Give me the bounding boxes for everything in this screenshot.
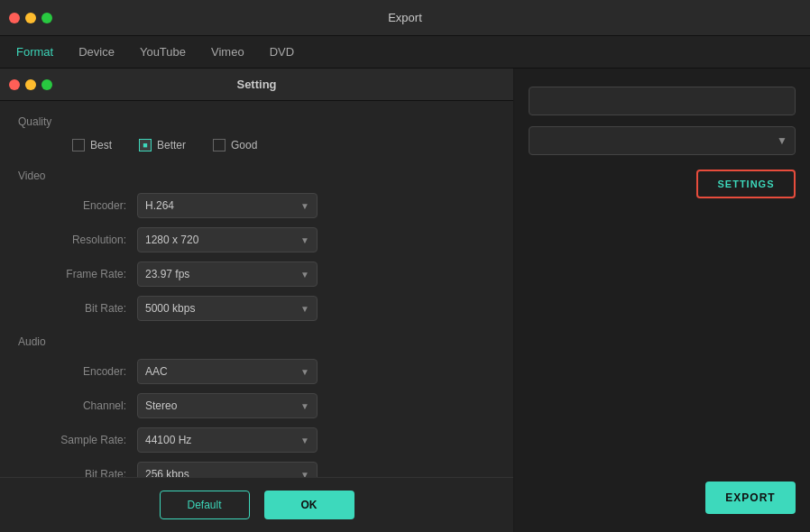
- video-encoder-arrow: ▼: [300, 201, 309, 211]
- video-resolution-arrow: ▼: [300, 235, 309, 245]
- title-traffic-lights: [9, 13, 52, 23]
- panel-title: Setting: [236, 78, 276, 91]
- title-close-button[interactable]: [9, 13, 20, 23]
- quality-option-better[interactable]: ■ Better: [139, 139, 186, 151]
- audio-encoder-row: Encoder: AAC ▼: [18, 359, 495, 384]
- panel-footer: Default OK: [0, 477, 513, 532]
- video-framerate-arrow: ▼: [300, 270, 309, 280]
- video-bitrate-label: Bit Rate:: [36, 302, 126, 315]
- video-framerate-value: 23.97 fps: [145, 268, 189, 280]
- right-dropdown[interactable]: ▼: [529, 126, 796, 155]
- video-bitrate-row: Bit Rate: 5000 kbps ▼: [18, 296, 495, 321]
- panel-traffic-lights: [9, 79, 52, 90]
- video-encoder-row: Encoder: H.264 ▼: [18, 193, 495, 218]
- title-minimize-button[interactable]: [25, 13, 36, 23]
- audio-bitrate-value: 256 kbps: [145, 468, 189, 477]
- video-bitrate-select[interactable]: 5000 kbps ▼: [137, 296, 318, 321]
- menu-item-dvd[interactable]: DVD: [257, 41, 307, 62]
- quality-option-good[interactable]: Good: [213, 139, 257, 151]
- audio-label: Audio: [18, 335, 495, 348]
- app-title: Export: [388, 11, 422, 24]
- audio-channel-select[interactable]: Stereo ▼: [137, 393, 318, 418]
- default-button[interactable]: Default: [160, 491, 250, 519]
- video-encoder-value: H.264: [145, 199, 174, 212]
- quality-checkbox-good[interactable]: [213, 139, 226, 151]
- video-resolution-value: 1280 x 720: [145, 234, 198, 246]
- quality-section: Quality Best ■ Better Good: [18, 115, 495, 151]
- audio-samplerate-label: Sample Rate:: [36, 434, 126, 446]
- video-bitrate-arrow: ▼: [300, 304, 309, 314]
- audio-channel-row: Channel: Stereo ▼: [18, 393, 495, 418]
- audio-samplerate-row: Sample Rate: 44100 Hz ▼: [18, 427, 495, 453]
- ok-button[interactable]: OK: [264, 491, 354, 519]
- quality-checkbox-better[interactable]: ■: [139, 139, 152, 151]
- video-section: Video Encoder: H.264 ▼ Resolution: 1280 …: [18, 170, 495, 321]
- right-panel: ▼ SETTINGS EXPORT: [514, 69, 810, 532]
- quality-label: Quality: [18, 115, 495, 128]
- audio-section: Audio Encoder: AAC ▼ Channel: Stereo ▼: [18, 335, 495, 477]
- panel-minimize-button[interactable]: [25, 79, 36, 90]
- video-framerate-select[interactable]: 23.97 fps ▼: [137, 261, 318, 287]
- video-framerate-label: Frame Rate:: [36, 268, 126, 280]
- audio-bitrate-label: Bit Rate:: [36, 468, 126, 477]
- quality-label-good: Good: [231, 139, 257, 151]
- quality-label-best: Best: [90, 139, 112, 151]
- right-input-box[interactable]: [529, 87, 796, 115]
- audio-encoder-arrow: ▼: [300, 367, 309, 377]
- export-btn-container: EXPORT: [529, 209, 796, 514]
- panel-maximize-button[interactable]: [41, 79, 52, 90]
- menu-bar: Format Device YouTube Vimeo DVD: [0, 36, 810, 69]
- settings-button[interactable]: SETTINGS: [696, 170, 796, 198]
- audio-bitrate-arrow: ▼: [300, 470, 309, 478]
- quality-options-row: Best ■ Better Good: [72, 139, 495, 151]
- main-layout: Setting Quality Best ■ Better: [0, 69, 810, 532]
- export-button[interactable]: EXPORT: [705, 482, 796, 514]
- menu-item-format[interactable]: Format: [4, 41, 66, 62]
- audio-bitrate-select[interactable]: 256 kbps ▼: [137, 462, 318, 477]
- video-resolution-row: Resolution: 1280 x 720 ▼: [18, 227, 495, 252]
- panel-content: Quality Best ■ Better Good: [0, 101, 513, 477]
- quality-checkbox-best[interactable]: [72, 139, 85, 151]
- panel-title-bar: Setting: [0, 69, 513, 101]
- video-label: Video: [18, 170, 495, 182]
- video-resolution-label: Resolution:: [36, 234, 126, 246]
- title-maximize-button[interactable]: [41, 13, 52, 23]
- audio-encoder-label: Encoder:: [36, 365, 126, 378]
- audio-samplerate-select[interactable]: 44100 Hz ▼: [137, 427, 318, 453]
- panel-close-button[interactable]: [9, 79, 20, 90]
- menu-item-youtube[interactable]: YouTube: [127, 41, 198, 62]
- quality-option-best[interactable]: Best: [72, 139, 112, 151]
- audio-encoder-value: AAC: [145, 365, 168, 378]
- quality-label-better: Better: [157, 139, 186, 151]
- audio-bitrate-row: Bit Rate: 256 kbps ▼: [18, 462, 495, 477]
- audio-samplerate-value: 44100 Hz: [145, 434, 191, 446]
- settings-btn-container: SETTINGS: [529, 170, 796, 198]
- title-bar: Export: [0, 0, 810, 36]
- video-resolution-select[interactable]: 1280 x 720 ▼: [137, 227, 318, 252]
- audio-encoder-select[interactable]: AAC ▼: [137, 359, 318, 384]
- setting-panel: Setting Quality Best ■ Better: [0, 69, 514, 532]
- menu-item-vimeo[interactable]: Vimeo: [198, 41, 257, 62]
- menu-item-device[interactable]: Device: [66, 41, 127, 62]
- dropdown-arrow-icon: ▼: [777, 134, 787, 147]
- video-bitrate-value: 5000 kbps: [145, 302, 195, 315]
- video-encoder-label: Encoder:: [36, 199, 126, 212]
- audio-samplerate-arrow: ▼: [300, 436, 309, 445]
- audio-channel-value: Stereo: [145, 399, 177, 412]
- video-encoder-select[interactable]: H.264 ▼: [137, 193, 318, 218]
- video-framerate-row: Frame Rate: 23.97 fps ▼: [18, 261, 495, 287]
- audio-channel-label: Channel:: [36, 399, 126, 412]
- audio-channel-arrow: ▼: [300, 401, 309, 411]
